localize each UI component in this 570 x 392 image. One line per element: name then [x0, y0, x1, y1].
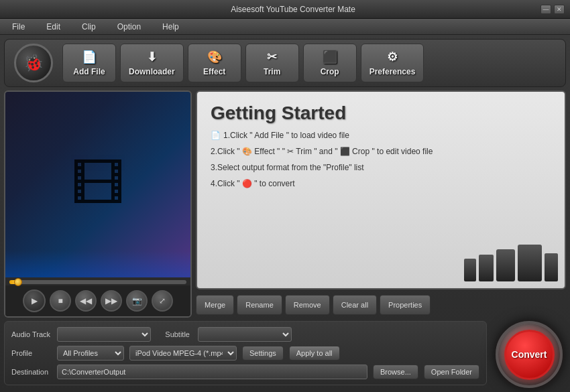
play-button[interactable]: ▶ — [23, 289, 46, 312]
crop-icon: ⬛ — [323, 50, 337, 64]
profile-row: Profile All Profiles iPod Video MPEG-4 (… — [11, 346, 479, 361]
preferences-icon: ⚙ — [387, 50, 398, 64]
toolbar: 🐞 📄 Add File ⬇ Downloader 🎨 Effect ✂ Tri… — [4, 39, 566, 87]
step3-text: 3.Select output format from the "Profile… — [211, 163, 364, 172]
device-ipod — [479, 255, 494, 281]
add-file-icon: 📄 — [82, 50, 97, 64]
video-screen: 🎞 — [5, 92, 190, 277]
rename-button[interactable]: Rename — [237, 295, 282, 315]
seek-bar[interactable] — [9, 280, 186, 284]
convert-button-outer[interactable]: Convert — [496, 321, 563, 388]
clear-all-button[interactable]: Clear all — [333, 295, 377, 315]
convert-wrap: Convert — [492, 321, 566, 388]
film-reel-icon: 🎞 — [71, 154, 125, 216]
step-4: 4.Click " 🔴 " to convert — [211, 179, 551, 188]
device-phone — [464, 259, 476, 281]
crop-button[interactable]: ⬛ Crop — [303, 44, 357, 82]
audio-track-label: Audio Track — [11, 330, 52, 338]
window-title: Aiseesoft YouTube Converter Mate — [46, 5, 540, 14]
step2-text: 2.Click " 🎨 Effect " " ✂ Trim " and " ⬛ … — [211, 147, 433, 156]
crop-label: Crop — [321, 67, 339, 76]
menu-option[interactable]: Option — [113, 21, 145, 33]
menu-file[interactable]: File — [8, 21, 29, 33]
downloader-icon: ⬇ — [147, 50, 157, 64]
toolbar-buttons: 📄 Add File ⬇ Downloader 🎨 Effect ✂ Trim … — [62, 44, 560, 82]
open-folder-button[interactable]: Open Folder — [424, 365, 479, 379]
trim-icon: ✂ — [267, 50, 277, 64]
minimize-button[interactable]: — — [540, 5, 551, 14]
step1-icon: 📄 — [211, 131, 221, 140]
add-file-button[interactable]: 📄 Add File — [62, 44, 116, 82]
video-panel: 🎞 ▶ ■ ◀◀ ▶▶ 📷 ⤢ — [4, 90, 192, 318]
title-bar: Aiseesoft YouTube Converter Mate — ✕ — [0, 0, 570, 19]
browse-button[interactable]: Browse... — [373, 365, 418, 379]
fullscreen-button[interactable]: ⤢ — [152, 290, 173, 312]
device-nano — [545, 253, 558, 281]
menu-edit[interactable]: Edit — [42, 21, 64, 33]
step-1: 📄 1.Click " Add File " to load video fil… — [211, 131, 551, 140]
properties-button[interactable]: Properties — [380, 295, 431, 315]
audio-subtitle-row: Audio Track Subtitle — [11, 327, 479, 342]
menu-help[interactable]: Help — [158, 21, 183, 33]
right-panel: Getting Started 📄 1.Click " Add File " t… — [196, 90, 566, 318]
profile-select[interactable]: All Profiles — [57, 346, 124, 361]
step-2: 2.Click " 🎨 Effect " " ✂ Trim " and " ⬛ … — [211, 147, 551, 156]
subtitle-select[interactable] — [198, 327, 292, 342]
bottom-controls: Audio Track Subtitle Profile All Profile… — [4, 321, 487, 385]
close-button[interactable]: ✕ — [554, 5, 565, 14]
playback-controls: ▶ ■ ◀◀ ▶▶ 📷 ⤢ — [5, 285, 190, 316]
logo: 🐞 — [14, 44, 53, 82]
rewind-button[interactable]: ◀◀ — [75, 290, 97, 312]
devices-decoration — [464, 245, 558, 281]
preferences-button[interactable]: ⚙ Preferences — [361, 44, 424, 82]
content-area: 🎞 ▶ ■ ◀◀ ▶▶ 📷 ⤢ Getting Sta — [4, 90, 566, 318]
format-select[interactable]: iPod Video MPEG-4 (*.mp4) — [129, 346, 237, 361]
menu-bar: File Edit Clip Option Help — [0, 19, 570, 35]
profile-label: Profile — [11, 349, 52, 357]
downloader-label: Downloader — [129, 67, 175, 76]
destination-row: Destination Browse... Open Folder — [11, 365, 479, 379]
device-iphone — [496, 249, 515, 281]
bottom-wrapper: Audio Track Subtitle Profile All Profile… — [4, 321, 566, 388]
getting-started-title: Getting Started — [211, 103, 551, 124]
destination-label: Destination — [11, 368, 52, 376]
seek-thumb[interactable] — [14, 278, 22, 286]
getting-started-panel: Getting Started 📄 1.Click " Add File " t… — [196, 90, 566, 289]
menu-clip[interactable]: Clip — [78, 21, 100, 33]
subtitle-label: Subtitle — [156, 330, 190, 338]
audio-track-select[interactable] — [57, 327, 151, 342]
step-3: 3.Select output format from the "Profile… — [211, 163, 551, 172]
step4-text: 4.Click " 🔴 " to convert — [211, 179, 295, 188]
seek-bar-area — [5, 277, 190, 285]
trim-label: Trim — [264, 67, 280, 76]
device-iphone2 — [518, 245, 542, 281]
forward-button[interactable]: ▶▶ — [101, 290, 122, 312]
destination-input[interactable] — [57, 365, 367, 379]
bottom-controls-wrap: Audio Track Subtitle Profile All Profile… — [4, 321, 487, 388]
logo-icon: 🐞 — [23, 54, 44, 72]
effect-label: Effect — [203, 67, 225, 76]
video-glow — [5, 251, 190, 277]
apply-all-button[interactable]: Apply to all — [289, 346, 340, 361]
step1-text: 1.Click " Add File " to load video file — [223, 131, 349, 140]
snapshot-button[interactable]: 📷 — [126, 290, 148, 312]
stop-button[interactable]: ■ — [50, 290, 71, 312]
remove-button[interactable]: Remove — [285, 295, 330, 315]
main-container: 🐞 📄 Add File ⬇ Downloader 🎨 Effect ✂ Tri… — [0, 35, 570, 392]
convert-label: Convert — [512, 349, 547, 360]
preferences-label: Preferences — [369, 67, 416, 76]
downloader-button[interactable]: ⬇ Downloader — [120, 44, 184, 82]
add-file-label: Add File — [73, 67, 105, 76]
logo-area: 🐞 — [10, 42, 57, 84]
effect-icon: 🎨 — [207, 50, 222, 64]
convert-button[interactable]: Convert — [504, 330, 555, 380]
merge-button[interactable]: Merge — [196, 295, 234, 315]
effect-button[interactable]: 🎨 Effect — [188, 44, 241, 82]
trim-button[interactable]: ✂ Trim — [245, 44, 299, 82]
action-bar: Merge Rename Remove Clear all Properties — [196, 292, 566, 318]
settings-button[interactable]: Settings — [242, 346, 284, 361]
